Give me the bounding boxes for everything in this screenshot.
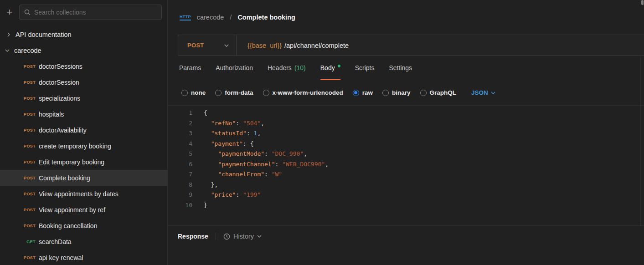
tab-settings[interactable]: Settings (389, 56, 412, 80)
sidebar-request-view-appoinment-by-ref[interactable]: POSTView appoinment by ref (0, 202, 167, 218)
chevron-down-icon (257, 235, 262, 238)
headers-count: (10) (294, 64, 306, 71)
method-badge: POST (24, 112, 36, 117)
body-type-none[interactable]: none (181, 89, 206, 96)
response-section: Response History (168, 226, 644, 240)
method-badge: POST (24, 255, 36, 260)
search-icon (24, 9, 31, 15)
clock-icon (223, 233, 230, 240)
response-label: Response (178, 233, 208, 240)
line-number: 8 (168, 180, 192, 190)
url-path: /api/channel/complete (284, 42, 349, 49)
request-panel: HTTP carecode / Complete booking POST {{… (168, 0, 644, 265)
code-line: 7 "channelFrom": "W" (168, 169, 644, 180)
editor-scrollbar[interactable] (640, 56, 641, 226)
method-badge: GET (24, 240, 36, 244)
sidebar: + API documentation carecode (0, 0, 168, 265)
sidebar-request-view-appointments-by-dates[interactable]: POSTView appointments by dates (0, 186, 167, 202)
sidebar-request-booking-cancellation[interactable]: POSTBooking cancellation (0, 218, 167, 234)
chevron-down-icon (224, 44, 229, 47)
tab-body[interactable]: Body (320, 56, 340, 80)
body-type-form-data[interactable]: form-data (215, 89, 253, 96)
sidebar-request-doctor-sessions[interactable]: POSTdoctorSessions (0, 58, 167, 74)
body-modified-dot (338, 65, 340, 67)
body-language-select[interactable]: JSON (471, 89, 495, 96)
line-number: 4 (168, 139, 192, 149)
line-number: 2 (168, 118, 192, 129)
body-type-raw[interactable]: raw (353, 89, 373, 96)
method-badge: POST (24, 128, 36, 132)
radio-icon (181, 90, 188, 96)
code-line: 10} (168, 200, 644, 211)
method-badge: POST (24, 224, 36, 228)
tab-authorization[interactable]: Authorization (216, 56, 253, 80)
sidebar-request-search-data[interactable]: GETsearchData (0, 234, 167, 250)
sidebar-request-create-temporary-booking[interactable]: POSTcreate temporary booking (0, 138, 167, 154)
breadcrumb: HTTP carecode / Complete booking (168, 0, 644, 35)
method-badge: POST (24, 176, 36, 180)
code-line: 9 "price": "199" (168, 190, 644, 200)
code-line: 8 }, (168, 180, 644, 190)
body-type-binary[interactable]: binary (382, 89, 411, 96)
body-type-x-www-form-urlencoded[interactable]: x-www-form-urlencoded (263, 89, 343, 96)
body-editor[interactable]: 1{2 "refNo": "504",3 "statusId": 1,4 "pa… (168, 106, 644, 226)
sidebar-request-api-key-renewal[interactable]: POSTapi key renewal (0, 250, 167, 265)
search-input[interactable] (34, 9, 157, 16)
collection-search[interactable] (19, 5, 162, 20)
breadcrumb-separator: / (230, 14, 232, 21)
method-badge: POST (24, 64, 36, 69)
breadcrumb-collection[interactable]: carecode (197, 14, 224, 21)
body-type-selector: none form-data x-www-form-urlencoded raw… (168, 80, 644, 106)
method-badge: POST (24, 192, 36, 196)
url-variable: {{base_url}} (247, 42, 282, 49)
page-scrollbar-thumb[interactable] (641, 0, 644, 5)
line-number: 1 (168, 108, 192, 118)
code-line: 6 "paymentChannel": "WEB_DOC990", (168, 159, 644, 170)
http-request-icon: HTTP (180, 15, 191, 20)
sidebar-request-complete-booking[interactable]: POSTComplete booking (0, 170, 167, 186)
line-number: 6 (168, 159, 192, 170)
line-number: 5 (168, 149, 192, 159)
folder-label: carecode (14, 47, 41, 54)
chevron-right-icon (6, 32, 11, 37)
radio-icon (420, 90, 427, 96)
breadcrumb-request-name: Complete booking (237, 14, 295, 21)
tab-scripts[interactable]: Scripts (355, 56, 375, 80)
code-line: 4 "payment": { (168, 139, 644, 149)
code-line: 1{ (168, 108, 644, 118)
line-number: 3 (168, 128, 192, 139)
url-input[interactable]: {{base_url}} /api/channel/complete (237, 35, 349, 56)
chevron-down-icon (5, 48, 10, 53)
tab-params[interactable]: Params (179, 56, 201, 80)
chevron-down-icon (491, 92, 495, 94)
radio-icon (263, 90, 269, 96)
app-root: + API documentation carecode (0, 0, 644, 265)
radio-icon (215, 90, 222, 96)
method-badge: POST (24, 160, 36, 164)
sidebar-item-api-documentation[interactable]: API documentation (0, 26, 167, 42)
method-select[interactable]: POST (178, 35, 237, 56)
sidebar-request-edit-temporary-booking[interactable]: POSTEdit temporary booking (0, 154, 167, 170)
line-number: 10 (168, 200, 192, 211)
body-type-graphql[interactable]: GraphQL (420, 89, 457, 96)
method-select-value: POST (187, 42, 204, 49)
history-dropdown[interactable]: History (223, 233, 262, 240)
sidebar-request-specializations[interactable]: POSTspecializations (0, 90, 167, 106)
request-tabs: Params Authorization Headers(10) Body Sc… (168, 56, 644, 80)
new-request-button[interactable]: + (4, 6, 15, 18)
sidebar-request-hospitals[interactable]: POSThospitals (0, 106, 167, 122)
request-bar: POST {{base_url}} /api/channel/complete (178, 35, 644, 56)
line-number: 7 (168, 169, 192, 180)
code-line: 3 "statusId": 1, (168, 128, 644, 139)
sidebar-item-carecode[interactable]: carecode (0, 42, 167, 58)
tab-headers[interactable]: Headers(10) (268, 56, 306, 80)
sidebar-request-doctor-session[interactable]: POSTdoctorSession (0, 74, 167, 90)
method-badge: POST (24, 80, 36, 85)
sidebar-header: + (0, 0, 167, 23)
radio-selected-icon (353, 90, 359, 96)
method-badge: POST (24, 144, 36, 148)
code-line: 2 "refNo": "504", (168, 118, 644, 129)
collections-tree: API documentation carecode POSTdoctorSes… (0, 26, 167, 265)
method-badge: POST (24, 208, 36, 212)
sidebar-request-doctor-availability[interactable]: POSTdoctorAvailability (0, 122, 167, 138)
